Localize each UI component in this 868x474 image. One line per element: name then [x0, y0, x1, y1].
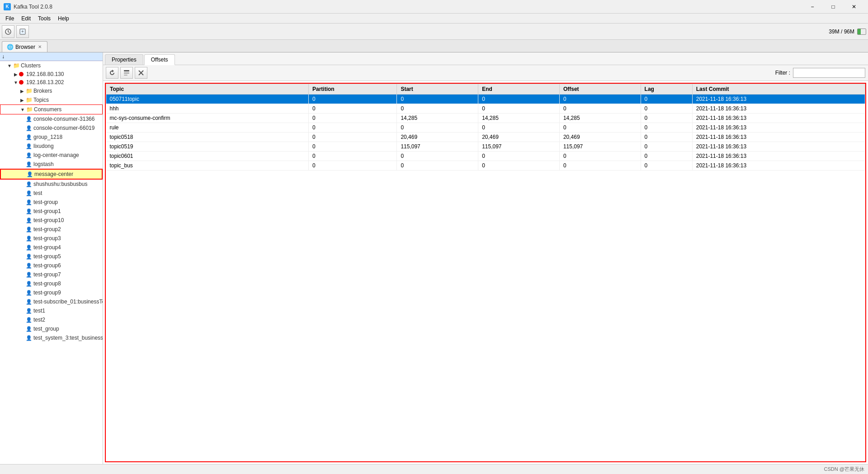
- close-button[interactable]: ✕: [844, 0, 864, 14]
- content-area: Properties Offsets Filter :: [103, 52, 868, 464]
- sidebar-item-consumer-24[interactable]: 👤 test_system_3:test_business_2: [0, 333, 103, 342]
- sidebar-item-consumer-1[interactable]: 👤 console-consumer-66019: [0, 123, 103, 133]
- cell-1-3: 0: [478, 104, 560, 114]
- sidebar-item-cluster1[interactable]: ▶ 192.168.80.130: [0, 70, 103, 78]
- cell-7-3: 0: [478, 161, 560, 171]
- sidebar-collapse-icon[interactable]: ↓: [2, 53, 5, 60]
- fetch-button[interactable]: [120, 67, 133, 79]
- sidebar-item-consumer-5[interactable]: 👤 logstash: [0, 160, 103, 169]
- status-text: CSDN @芒果无休: [824, 466, 864, 473]
- cell-7-5: 0: [641, 161, 692, 171]
- sidebar-item-consumer-23[interactable]: 👤 test_group: [0, 324, 103, 333]
- cell-1-1: 0: [308, 104, 396, 114]
- sidebar-item-consumer-21[interactable]: 👤 test1: [0, 306, 103, 315]
- sidebar-item-brokers[interactable]: ▶ 📁 Brokers: [0, 86, 103, 95]
- sidebar-item-consumer-2[interactable]: 👤 group_1218: [0, 133, 103, 142]
- cell-6-4: 0: [559, 152, 641, 161]
- table-row[interactable]: rule000002021-11-18 16:36:13: [106, 123, 865, 133]
- filter-label: Filter :: [775, 70, 790, 76]
- cell-3-2: 0: [397, 123, 478, 133]
- sidebar-item-consumer-16[interactable]: 👤 test-group6: [0, 261, 103, 270]
- cell-1-0: hhh: [106, 104, 309, 114]
- brokers-expand[interactable]: ▶: [19, 88, 25, 94]
- browser-tab-close[interactable]: ✕: [37, 44, 42, 49]
- table-row[interactable]: 050711topic000002021-11-18 16:36:13: [106, 95, 865, 104]
- menu-help[interactable]: Help: [54, 14, 73, 23]
- cluster2-expand[interactable]: ▼: [13, 79, 19, 85]
- sidebar-item-consumer-14[interactable]: 👤 test-group4: [0, 243, 103, 252]
- col-offset: Offset: [559, 84, 641, 95]
- sidebar-item-consumer-6[interactable]: 👤 message-center: [0, 169, 103, 180]
- cell-0-0: 050711topic: [106, 95, 309, 104]
- sidebar-item-consumer-7[interactable]: 👤 shushushu:busbusbus: [0, 180, 103, 189]
- tab-offsets[interactable]: Offsets: [144, 54, 175, 65]
- table-row[interactable]: topic0518020,46920,46920,46902021-11-18 …: [106, 133, 865, 142]
- col-end: End: [478, 84, 560, 95]
- cell-2-2: 14,285: [397, 114, 478, 123]
- table-row[interactable]: mc-sys-consume-confirm014,28514,28514,28…: [106, 114, 865, 123]
- consumer-icon-1: 👤: [25, 124, 33, 132]
- sidebar-item-consumer-8[interactable]: 👤 test: [0, 189, 103, 198]
- cell-1-6: 2021-11-18 16:36:13: [692, 104, 865, 114]
- cluster1-expand[interactable]: ▶: [13, 71, 19, 77]
- sidebar-item-consumer-4[interactable]: 👤 log-center-manage: [0, 151, 103, 160]
- tab-properties[interactable]: Properties: [105, 54, 143, 65]
- sidebar-item-consumer-15[interactable]: 👤 test-group5: [0, 252, 103, 261]
- cell-5-4: 115,097: [559, 142, 641, 152]
- toolbar-btn-2[interactable]: +: [16, 25, 29, 38]
- sidebar-item-consumer-0[interactable]: 👤 console-consumer-31366: [0, 114, 103, 123]
- sidebar-item-consumers[interactable]: ▼ 📁 Consumers: [0, 104, 103, 114]
- table-row[interactable]: topic0601000002021-11-18 16:36:13: [106, 152, 865, 161]
- toolbar-btn-1[interactable]: [2, 25, 14, 38]
- sidebar-item-consumer-19[interactable]: 👤 test-group9: [0, 288, 103, 297]
- consumers-expand[interactable]: ▼: [19, 106, 26, 113]
- table-row[interactable]: hhh000002021-11-18 16:36:13: [106, 104, 865, 114]
- browser-tab[interactable]: 🌐 Browser ✕: [2, 41, 47, 52]
- cell-2-3: 14,285: [478, 114, 560, 123]
- consumer-label-23: test_group: [33, 326, 59, 332]
- menu-edit[interactable]: Edit: [18, 14, 34, 23]
- sidebar-item-consumer-11[interactable]: 👤 test-group10: [0, 216, 103, 225]
- sidebar-item-consumer-20[interactable]: 👤 test-subscribe_01:businessTest1: [0, 297, 103, 306]
- app-title: Kafka Tool 2.0.8: [14, 4, 52, 10]
- sidebar-item-topics[interactable]: ▶ 📁 Topics: [0, 95, 103, 104]
- cell-5-3: 115,097: [478, 142, 560, 152]
- consumer-label-4: log-center-manage: [33, 152, 79, 158]
- cell-5-5: 0: [641, 142, 692, 152]
- col-topic: Topic: [106, 84, 309, 95]
- offsets-table-container: Topic Partition Start End Offset Lag Las…: [105, 83, 866, 462]
- clear-button[interactable]: [135, 67, 147, 79]
- sidebar-item-clusters[interactable]: ▼ 📁 Clusters: [0, 61, 103, 70]
- sidebar-item-consumer-12[interactable]: 👤 test-group2: [0, 225, 103, 234]
- sidebar-item-consumer-17[interactable]: 👤 test-group7: [0, 270, 103, 279]
- sidebar-item-consumer-3[interactable]: 👤 lixudong: [0, 142, 103, 151]
- consumer-icon-3: 👤: [25, 142, 33, 150]
- refresh-button[interactable]: [106, 67, 118, 79]
- menu-tools[interactable]: Tools: [34, 14, 54, 23]
- sidebar-item-consumer-13[interactable]: 👤 test-group3: [0, 234, 103, 243]
- col-last-commit: Last Commit: [692, 84, 865, 95]
- cell-1-5: 0: [641, 104, 692, 114]
- minimize-button[interactable]: −: [802, 0, 823, 14]
- clusters-expand[interactable]: ▼: [6, 62, 13, 69]
- cell-0-2: 0: [397, 95, 478, 104]
- topics-expand[interactable]: ▶: [19, 97, 25, 103]
- consumer-label-17: test-group7: [33, 271, 61, 278]
- sidebar-item-cluster2[interactable]: ▼ 192.168.13.202: [0, 78, 103, 86]
- table-row[interactable]: topic05190115,097115,097115,09702021-11-…: [106, 142, 865, 152]
- table-row[interactable]: topic_bus000002021-11-18 16:36:13: [106, 161, 865, 171]
- menu-file[interactable]: File: [2, 14, 18, 23]
- consumer-label-5: logstash: [33, 161, 54, 167]
- cluster1-label: 192.168.80.130: [25, 71, 64, 77]
- sidebar-item-consumer-18[interactable]: 👤 test-group8: [0, 279, 103, 288]
- consumer-label-9: test-group: [33, 199, 58, 205]
- sidebar-item-consumer-9[interactable]: 👤 test-group: [0, 198, 103, 207]
- cell-0-6: 2021-11-18 16:36:13: [692, 95, 865, 104]
- content-tabs: Properties Offsets: [103, 52, 868, 65]
- consumers-icon: 📁: [26, 106, 33, 113]
- maximize-button[interactable]: □: [823, 0, 844, 14]
- filter-input[interactable]: [793, 68, 865, 78]
- sidebar-item-consumer-10[interactable]: 👤 test-group1: [0, 207, 103, 216]
- cell-0-3: 0: [478, 95, 560, 104]
- sidebar-item-consumer-22[interactable]: 👤 test2: [0, 315, 103, 324]
